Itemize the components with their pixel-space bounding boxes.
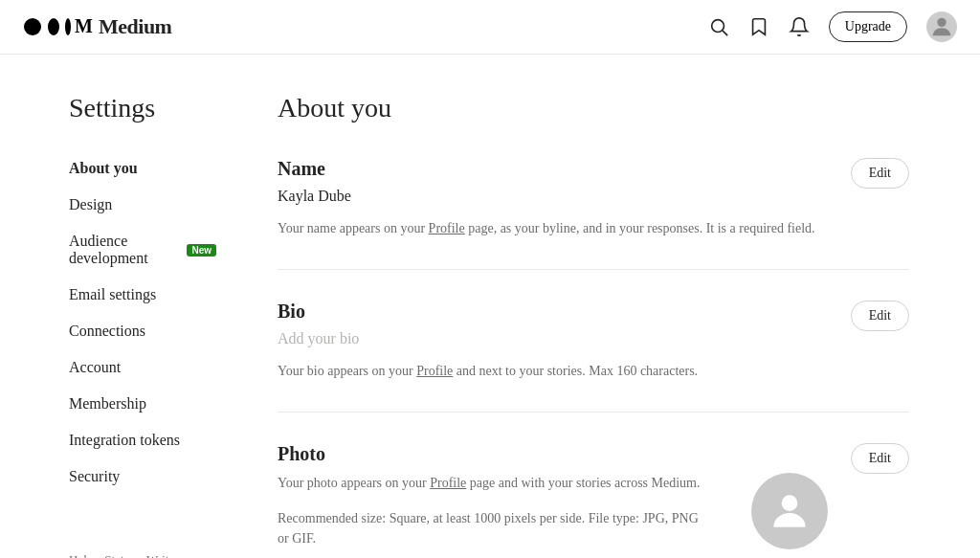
bio-content: Bio Add your bio Your bio appears on you…	[278, 301, 828, 381]
svg-line-5	[723, 31, 727, 35]
sidebar-item-label: Account	[69, 359, 121, 376]
page-title: About you	[278, 93, 909, 123]
footer-help-link[interactable]: Help	[69, 552, 93, 558]
notification-bell-icon[interactable]	[789, 16, 810, 37]
name-content: Name Kayla Dube Your name appears on you…	[278, 158, 828, 238]
svg-point-6	[937, 18, 946, 27]
main-content: About you Name Kayla Dube Your name appe…	[239, 55, 967, 558]
bio-edit-button[interactable]: Edit	[851, 301, 909, 331]
svg-point-7	[781, 495, 797, 511]
photo-content: Photo Your photo appears on your Profile…	[278, 443, 828, 549]
bio-section: Bio Add your bio Your bio appears on you…	[278, 270, 909, 413]
upgrade-button[interactable]: Upgrade	[829, 11, 907, 42]
bio-action: Edit	[851, 301, 909, 331]
profile-link-name[interactable]: Profile	[429, 221, 465, 235]
name-edit-button[interactable]: Edit	[851, 158, 909, 189]
sidebar-item-security[interactable]: Security	[69, 458, 216, 495]
profile-link-photo[interactable]: Profile	[430, 476, 466, 490]
sidebar-item-integration-tokens[interactable]: Integration tokens	[69, 422, 216, 458]
svg-point-1	[48, 18, 59, 35]
sidebar-item-audience-development[interactable]: Audience development New	[69, 223, 216, 277]
svg-point-2	[65, 18, 71, 35]
bio-desc: Your bio appears on your Profile and nex…	[278, 361, 828, 381]
sidebar-item-label: Membership	[69, 395, 146, 413]
sidebar-item-label: About you	[69, 160, 138, 177]
logo-text: Medium	[99, 14, 171, 39]
logo[interactable]: M Medium	[23, 12, 171, 41]
new-badge: New	[187, 244, 216, 257]
photo-rec-desc: Recommended size: Square, at least 1000 …	[278, 508, 713, 548]
photo-avatar	[751, 473, 828, 549]
sidebar-footer: Help Status Writers Blog Careers Privacy…	[69, 552, 216, 558]
bio-placeholder: Add your bio	[278, 330, 828, 347]
footer-status-link[interactable]: Status	[104, 552, 135, 558]
avatar[interactable]	[926, 11, 957, 42]
photo-desc: Your photo appears on your Profile page …	[278, 473, 713, 493]
name-label: Name	[278, 158, 828, 180]
sidebar-item-design[interactable]: Design	[69, 187, 216, 223]
photo-section: Photo Your photo appears on your Profile…	[278, 413, 909, 558]
sidebar-item-email-settings[interactable]: Email settings	[69, 277, 216, 313]
sidebar-item-label: Audience development	[69, 233, 181, 267]
header: M Medium Upgrade	[0, 0, 980, 55]
page-layout: Settings About you Design Audience devel…	[0, 55, 980, 558]
sidebar-item-label: Integration tokens	[69, 432, 180, 449]
sidebar-item-account[interactable]: Account	[69, 349, 216, 386]
header-actions: Upgrade	[708, 11, 957, 42]
name-value: Kayla Dube	[278, 188, 828, 205]
bookmark-icon[interactable]	[748, 16, 769, 37]
photo-edit-button[interactable]: Edit	[851, 443, 909, 474]
sidebar-item-about-you[interactable]: About you	[69, 150, 216, 187]
sidebar-item-label: Email settings	[69, 286, 156, 303]
footer-writers-link[interactable]: Writers	[146, 552, 183, 558]
sidebar-nav: About you Design Audience development Ne…	[69, 150, 216, 495]
name-section: Name Kayla Dube Your name appears on you…	[278, 158, 909, 270]
photo-row: Your photo appears on your Profile page …	[278, 473, 828, 549]
photo-preview-area	[751, 473, 828, 549]
name-desc: Your name appears on your Profile page, …	[278, 218, 828, 238]
search-icon[interactable]	[708, 16, 729, 37]
sidebar-item-connections[interactable]: Connections	[69, 313, 216, 349]
bio-label: Bio	[278, 301, 828, 323]
footer-row-1: Help Status Writers Blog	[69, 552, 216, 558]
medium-logo: M	[23, 12, 95, 41]
user-silhouette-icon	[766, 487, 813, 535]
svg-point-4	[711, 20, 724, 33]
svg-point-0	[24, 18, 41, 35]
photo-action: Edit	[851, 443, 909, 474]
sidebar-title: Settings	[69, 93, 216, 123]
sidebar-item-membership[interactable]: Membership	[69, 386, 216, 422]
sidebar-item-label: Design	[69, 196, 112, 213]
photo-desc-area: Your photo appears on your Profile page …	[278, 473, 713, 549]
svg-text:M: M	[75, 15, 93, 36]
sidebar: Settings About you Design Audience devel…	[0, 55, 239, 558]
profile-link-bio[interactable]: Profile	[416, 364, 453, 378]
photo-label: Photo	[278, 443, 828, 465]
sidebar-item-label: Security	[69, 468, 120, 485]
name-action: Edit	[851, 158, 909, 189]
sidebar-item-label: Connections	[69, 323, 145, 340]
